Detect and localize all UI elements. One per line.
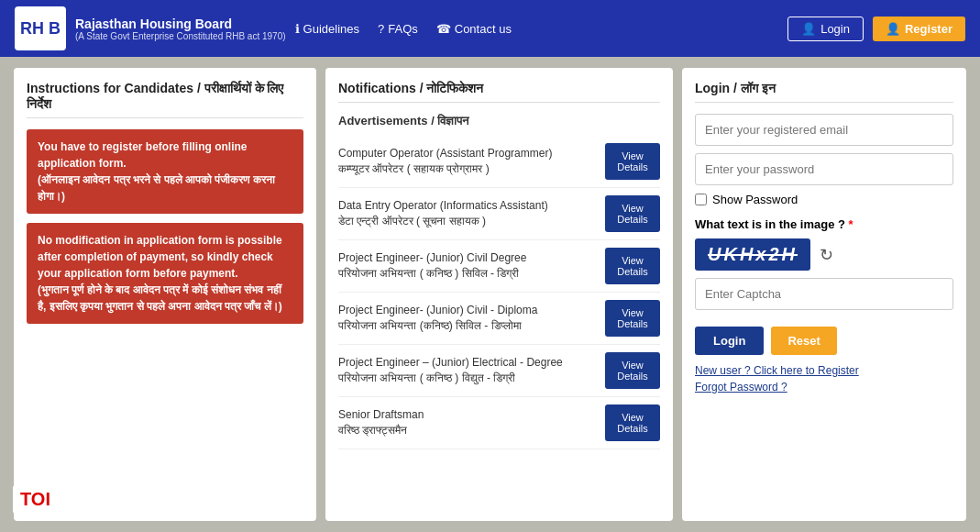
org-info: Rajasthan Housing Board (A State Govt En… bbox=[75, 17, 286, 41]
notif-item-2: Data Entry Operator (Informatics Assista… bbox=[338, 188, 660, 240]
view-details-button-4[interactable]: View Details bbox=[605, 300, 660, 337]
header-left: RH B Rajasthan Housing Board (A State Go… bbox=[15, 6, 512, 50]
register-icon: 👤 bbox=[886, 22, 900, 36]
phone-icon: ☎ bbox=[436, 22, 451, 36]
faqs-icon: ? bbox=[378, 22, 384, 36]
logo-icon: RH B bbox=[20, 19, 61, 39]
notifications-sub-title: Advertisements / विज्ञापन bbox=[338, 114, 660, 128]
login-actions: Login Reset bbox=[695, 327, 953, 355]
login-button[interactable]: 👤 Login bbox=[787, 17, 864, 41]
notif-item-4: Project Engineer- (Junior) Civil - Diplo… bbox=[338, 293, 660, 345]
captcha-row: UKHx2H ↻ bbox=[695, 238, 953, 271]
user-icon: 👤 bbox=[801, 22, 816, 36]
org-name: Rajasthan Housing Board bbox=[75, 17, 286, 31]
logo-box: RH B bbox=[15, 6, 66, 50]
notif-item-1: Computer Operator (Assistant Programmer)… bbox=[338, 136, 660, 188]
register-button[interactable]: 👤 Register bbox=[873, 17, 965, 41]
notif-text-1: Computer Operator (Assistant Programmer)… bbox=[338, 146, 598, 177]
nav-faqs[interactable]: ? FAQs bbox=[378, 22, 418, 36]
guidelines-icon: ℹ bbox=[295, 22, 300, 36]
view-details-button-1[interactable]: View Details bbox=[605, 143, 660, 180]
main-content: Instructions for Candidates / परीक्षार्थ… bbox=[0, 57, 980, 532]
email-input[interactable] bbox=[695, 114, 953, 146]
login-submit-button[interactable]: Login bbox=[695, 327, 764, 355]
instruction-box-2: No modification in application form is p… bbox=[27, 223, 303, 324]
notif-text-4: Project Engineer- (Junior) Civil - Diplo… bbox=[338, 303, 598, 334]
notifications-panel: Notifications / नोटिफिकेशन Advertisement… bbox=[325, 68, 673, 521]
instructions-title: Instructions for Candidates / परीक्षार्थ… bbox=[27, 81, 303, 118]
login-panel: Login / लॉग इन Show Password What text i… bbox=[682, 68, 966, 521]
org-sub: (A State Govt Enterprise Constituted RHB… bbox=[75, 31, 286, 41]
refresh-captcha-icon[interactable]: ↻ bbox=[820, 245, 833, 265]
header-right: 👤 Login 👤 Register bbox=[787, 17, 965, 41]
nav-contact[interactable]: ☎ Contact us bbox=[436, 22, 512, 36]
notif-text-5: Project Engineer – (Junior) Electrical -… bbox=[338, 355, 598, 386]
view-details-button-3[interactable]: View Details bbox=[605, 248, 660, 284]
header-nav: ℹ Guidelines ? FAQs ☎ Contact us bbox=[295, 22, 512, 36]
view-details-button-6[interactable]: View Details bbox=[605, 405, 660, 441]
instructions-panel: Instructions for Candidates / परीक्षार्थ… bbox=[14, 68, 316, 521]
notif-text-6: Senior Draftsman वरिष्ठ ड्राफ्ट्समैन bbox=[338, 407, 598, 438]
view-details-button-5[interactable]: View Details bbox=[605, 352, 660, 389]
notif-item-3: Project Engineer- (Junior) Civil Degree … bbox=[338, 240, 660, 293]
notif-text-3: Project Engineer- (Junior) Civil Degree … bbox=[338, 250, 598, 282]
login-title: Login / लॉग इन bbox=[695, 81, 953, 103]
captcha-input[interactable] bbox=[695, 278, 953, 310]
notif-item-6: Senior Draftsman वरिष्ठ ड्राफ्ट्समैन Vie… bbox=[338, 397, 660, 449]
forgot-password-link[interactable]: Forgot Password ? bbox=[695, 381, 953, 393]
notif-item-5: Project Engineer – (Junior) Electrical -… bbox=[338, 345, 660, 397]
show-password-label[interactable]: Show Password bbox=[712, 193, 798, 206]
password-input[interactable] bbox=[695, 153, 953, 185]
register-link[interactable]: New user ? Click here to Register bbox=[695, 364, 953, 377]
show-password-checkbox[interactable] bbox=[695, 194, 707, 205]
show-password-row: Show Password bbox=[695, 193, 953, 206]
nav-guidelines[interactable]: ℹ Guidelines bbox=[295, 22, 359, 36]
header: RH B Rajasthan Housing Board (A State Go… bbox=[0, 0, 980, 57]
toi-badge: TOI bbox=[13, 485, 58, 514]
reset-button[interactable]: Reset bbox=[771, 327, 836, 355]
instruction-box-1: You have to register before filling onli… bbox=[27, 129, 303, 214]
view-details-button-2[interactable]: View Details bbox=[605, 195, 660, 232]
captcha-label: What text is in the image ? * bbox=[695, 217, 953, 231]
notif-text-2: Data Entry Operator (Informatics Assista… bbox=[338, 198, 598, 229]
notifications-title: Notifications / नोटिफिकेशन bbox=[338, 81, 660, 103]
captcha-image: UKHx2H bbox=[695, 238, 810, 271]
